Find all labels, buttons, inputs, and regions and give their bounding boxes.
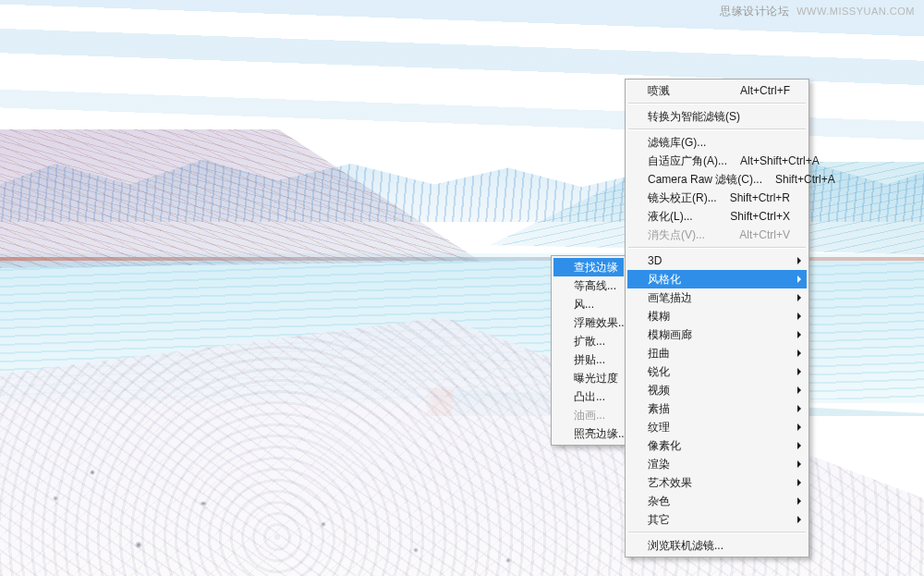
menu-lens-correction-label: 镜头校正(R)...	[648, 190, 717, 206]
menu-camera-raw-shortcut: Shift+Ctrl+A	[775, 173, 835, 186]
menu-distort-label: 扭曲	[648, 346, 670, 362]
submenu-arrow-icon	[797, 368, 801, 375]
menu-browse-online-label: 浏览联机滤镜...	[648, 538, 723, 554]
submenu-arrow-icon	[797, 257, 801, 264]
filter-menu[interactable]: 喷溅 Alt+Ctrl+F 转换为智能滤镜(S) 滤镜库(G)... 自适应广角…	[625, 79, 809, 558]
submenu-wind[interactable]: 风...	[553, 295, 624, 313]
submenu-arrow-icon	[797, 497, 801, 505]
menu-artistic-label: 艺术效果	[648, 475, 692, 491]
menu-sharpen[interactable]: 锐化	[627, 362, 807, 381]
submenu-arrow-icon	[797, 313, 801, 320]
menu-sketch[interactable]: 素描	[627, 399, 807, 418]
menu-3d-label: 3D	[648, 254, 662, 267]
menu-convert-smart-label: 转换为智能滤镜(S)	[648, 109, 740, 125]
submenu-emboss[interactable]: 浮雕效果...	[553, 313, 624, 332]
menu-artistic[interactable]: 艺术效果	[627, 473, 807, 492]
menu-3d[interactable]: 3D	[627, 251, 807, 270]
menu-vanishing-point-shortcut: Alt+Ctrl+V	[739, 228, 790, 241]
menu-video-label: 视频	[648, 383, 670, 398]
menu-convert-smart[interactable]: 转换为智能滤镜(S)	[627, 107, 807, 126]
menu-adaptive-wide-label: 自适应广角(A)...	[648, 153, 727, 169]
menu-browse-online[interactable]: 浏览联机滤镜...	[627, 536, 807, 555]
submenu-arrow-icon	[797, 479, 801, 486]
stylize-submenu[interactable]: 查找边缘 等高线... 风... 浮雕效果... 扩散... 拼贴... 曝光过…	[551, 255, 626, 446]
menu-render-label: 渲染	[648, 457, 670, 472]
menu-pixelate-label: 像素化	[648, 438, 681, 454]
menu-last-filter-shortcut: Alt+Ctrl+F	[740, 84, 790, 97]
menu-other-label: 其它	[648, 512, 670, 528]
menu-distort[interactable]: 扭曲	[627, 344, 807, 362]
separator	[628, 532, 806, 533]
watermark-en: WWW.MISSYUAN.COM	[796, 6, 915, 17]
menu-adaptive-wide-angle[interactable]: 自适应广角(A)... Alt+Shift+Ctrl+A	[627, 152, 807, 170]
menu-last-filter-label: 喷溅	[648, 83, 670, 99]
menu-sketch-label: 素描	[648, 401, 670, 417]
menu-vanishing-point: 消失点(V)... Alt+Ctrl+V	[627, 226, 807, 244]
submenu-arrow-icon	[797, 294, 801, 301]
menu-blur-gallery[interactable]: 模糊画廊	[627, 325, 807, 344]
menu-stylize-label: 风格化	[648, 272, 681, 288]
menu-filter-gallery-label: 滤镜库(G)...	[648, 135, 706, 151]
menu-video[interactable]: 视频	[627, 381, 807, 399]
submenu-glowing-edges[interactable]: 照亮边缘...	[553, 424, 624, 443]
submenu-find-edges[interactable]: 查找边缘	[553, 258, 624, 276]
submenu-arrow-icon	[797, 423, 801, 431]
submenu-arrow-icon	[797, 276, 801, 283]
menu-other[interactable]: 其它	[627, 510, 807, 529]
submenu-arrow-icon	[797, 516, 801, 523]
submenu-find-edges-label: 查找边缘	[574, 260, 618, 276]
submenu-extrude[interactable]: 凸出...	[553, 387, 624, 406]
submenu-solarize[interactable]: 曝光过度	[553, 369, 624, 387]
submenu-arrow-icon	[797, 405, 801, 412]
submenu-arrow-icon	[797, 460, 801, 468]
submenu-diffuse[interactable]: 扩散...	[553, 332, 624, 350]
menu-noise-label: 杂色	[648, 494, 670, 509]
menu-camera-raw[interactable]: Camera Raw 滤镜(C)... Shift+Ctrl+A	[627, 170, 807, 189]
menu-lens-correction-shortcut: Shift+Ctrl+R	[730, 191, 790, 204]
menu-camera-raw-label: Camera Raw 滤镜(C)...	[648, 172, 762, 188]
submenu-diffuse-label: 扩散...	[574, 334, 605, 349]
submenu-arrow-icon	[797, 331, 801, 338]
menu-blur-gallery-label: 模糊画廊	[648, 327, 692, 343]
menu-last-filter[interactable]: 喷溅 Alt+Ctrl+F	[627, 81, 807, 100]
menu-vanishing-point-label: 消失点(V)...	[648, 227, 705, 243]
menu-blur[interactable]: 模糊	[627, 307, 807, 325]
submenu-arrow-icon	[797, 349, 801, 357]
menu-sharpen-label: 锐化	[648, 364, 670, 380]
submenu-arrow-icon	[797, 386, 801, 394]
menu-stylize[interactable]: 风格化	[627, 270, 807, 288]
menu-filter-gallery[interactable]: 滤镜库(G)...	[627, 133, 807, 152]
menu-render[interactable]: 渲染	[627, 455, 807, 473]
submenu-glowing-edges-label: 照亮边缘...	[574, 426, 627, 442]
menu-adaptive-wide-shortcut: Alt+Shift+Ctrl+A	[740, 154, 820, 167]
submenu-oil-paint-label: 油画...	[574, 408, 605, 423]
submenu-arrow-icon	[797, 442, 801, 449]
menu-brush-strokes-label: 画笔描边	[648, 290, 692, 306]
submenu-wind-label: 风...	[574, 297, 594, 313]
menu-lens-correction[interactable]: 镜头校正(R)... Shift+Ctrl+R	[627, 189, 807, 207]
separator	[628, 103, 806, 104]
submenu-tiles-label: 拼贴...	[574, 352, 605, 368]
menu-blur-label: 模糊	[648, 309, 670, 325]
menu-texture-label: 纹理	[648, 420, 670, 435]
submenu-solarize-label: 曝光过度	[574, 371, 618, 386]
menu-liquify-label: 液化(L)...	[648, 209, 693, 225]
menu-texture[interactable]: 纹理	[627, 418, 807, 436]
separator	[628, 129, 806, 130]
submenu-contour-label: 等高线...	[574, 278, 616, 294]
menu-brush-strokes[interactable]: 画笔描边	[627, 288, 807, 307]
menu-noise[interactable]: 杂色	[627, 492, 807, 510]
watermark: 思缘设计论坛 WWW.MISSYUAN.COM	[720, 4, 915, 19]
submenu-extrude-label: 凸出...	[574, 389, 605, 405]
submenu-contour[interactable]: 等高线...	[553, 276, 624, 295]
menu-liquify-shortcut: Shift+Ctrl+X	[730, 210, 790, 223]
menu-pixelate[interactable]: 像素化	[627, 436, 807, 455]
watermark-cn: 思缘设计论坛	[720, 4, 789, 19]
submenu-emboss-label: 浮雕效果...	[574, 315, 627, 331]
menu-liquify[interactable]: 液化(L)... Shift+Ctrl+X	[627, 207, 807, 226]
submenu-oil-paint: 油画...	[553, 406, 624, 424]
submenu-tiles[interactable]: 拼贴...	[553, 350, 624, 369]
separator	[628, 247, 806, 249]
